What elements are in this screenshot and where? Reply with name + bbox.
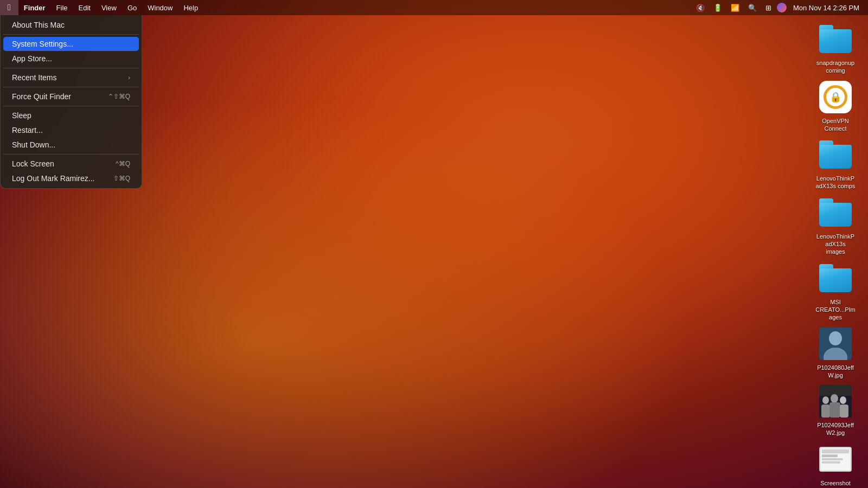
openvpn-lock-icon: 🔒 xyxy=(829,91,841,103)
menu-separator-5 xyxy=(3,154,139,155)
apple-menu-trigger[interactable]:  xyxy=(0,0,18,15)
menu-item-logout-label: Log Out Mark Ramirez... xyxy=(12,174,113,183)
menubar-go[interactable]: Go xyxy=(122,0,142,15)
openvpn-icon: 🔒 xyxy=(819,81,852,113)
desktop-icon-lenovo-comps[interactable]: LenovoThinkPadX13s comps xyxy=(814,137,857,191)
menu-item-lock-screen[interactable]: Lock Screen ^⌘Q xyxy=(3,157,139,171)
svg-rect-15 xyxy=(822,458,843,460)
lenovo-images-label: LenovoThinkPadX13s images xyxy=(814,232,857,256)
menu-item-restart-label: Restart... xyxy=(12,126,130,134)
menubar:  Finder File Edit View Go Window Help 🔇… xyxy=(0,0,868,15)
mute-icon[interactable]: 🔇 xyxy=(693,0,708,15)
menu-item-recent-items-label: Recent Items xyxy=(12,73,128,82)
screenshot-label: Screenshot 2022-11...31.27 PM xyxy=(814,479,857,488)
folder-body xyxy=(819,203,852,227)
desktop-icon-photo2[interactable]: P1024093JeffW2.jpg xyxy=(814,384,857,438)
menubar-help[interactable]: Help xyxy=(178,0,203,15)
menubar-right: 🔇 🔋 📶 🔍 ⊞ Mon Nov 14 2:26 PM xyxy=(693,0,868,15)
logout-shortcut: ⇧⌘Q xyxy=(113,175,130,182)
svg-rect-9 xyxy=(829,402,840,418)
battery-icon[interactable]: 🔋 xyxy=(710,0,725,15)
svg-rect-10 xyxy=(840,404,848,418)
person-photo xyxy=(819,328,852,360)
desktop-icon-openvpn[interactable]: 🔒 OpenVPN Connect xyxy=(814,80,857,133)
menu-item-about-label: About This Mac xyxy=(12,21,130,29)
folder-body xyxy=(819,145,852,169)
photo1-icon xyxy=(818,326,853,361)
svg-rect-13 xyxy=(822,449,849,453)
desktop-icon-snapdragon[interactable]: snapdragonupcoming xyxy=(814,22,857,75)
openvpn-ring: 🔒 xyxy=(824,85,847,109)
menu-separator-3 xyxy=(3,87,139,87)
menu-item-system-settings-label: System Settings... xyxy=(12,40,130,48)
lenovo-images-icon xyxy=(818,195,853,230)
svg-point-1 xyxy=(829,331,842,345)
svg-rect-14 xyxy=(822,454,838,457)
svg-point-5 xyxy=(822,396,829,404)
apple-menu-dropdown: About This Mac System Settings... App St… xyxy=(0,15,142,189)
folder-body xyxy=(819,29,852,53)
menu-item-app-store[interactable]: App Store... xyxy=(3,52,139,66)
msi-creator-icon xyxy=(818,261,853,296)
menu-item-about[interactable]: About This Mac xyxy=(3,18,139,32)
menu-item-restart[interactable]: Restart... xyxy=(3,123,139,137)
menu-item-force-quit-label: Force Quit Finder xyxy=(12,92,108,101)
menu-separator-4 xyxy=(3,106,139,106)
menu-item-logout[interactable]: Log Out Mark Ramirez... ⇧⌘Q xyxy=(3,171,139,185)
menu-item-system-settings[interactable]: System Settings... xyxy=(3,37,139,51)
menu-item-shutdown[interactable]: Shut Down... xyxy=(3,138,139,152)
openvpn-label: OpenVPN Connect xyxy=(814,117,857,133)
desktop-icon-photo1[interactable]: P1024080JeffW.jpg xyxy=(814,326,857,380)
wifi-icon[interactable]: 📶 xyxy=(727,0,743,15)
folder-body xyxy=(819,268,852,292)
photo1-label: P1024080JeffW.jpg xyxy=(814,363,857,380)
group-photo xyxy=(819,385,852,418)
siri-icon[interactable] xyxy=(777,3,787,12)
svg-rect-16 xyxy=(822,461,840,464)
menu-separator-1 xyxy=(3,34,139,35)
svg-rect-8 xyxy=(821,404,830,418)
msi-creator-label: MSI CREATO...PImages xyxy=(814,298,857,322)
desktop-icons: snapdragonupcoming 🔒 OpenVPN Connect xyxy=(814,22,857,488)
screenshot-icon xyxy=(818,442,853,477)
force-quit-shortcut: ⌃⇧⌘Q xyxy=(108,93,130,100)
lenovo-comps-label: LenovoThinkPadX13s comps xyxy=(814,174,857,191)
menu-item-sleep-label: Sleep xyxy=(12,111,130,120)
lock-screen-shortcut: ^⌘Q xyxy=(116,160,130,168)
lenovo-comps-icon xyxy=(818,137,853,172)
desktop-icon-lenovo-images[interactable]: LenovoThinkPadX13s images xyxy=(814,195,857,256)
snapdragon-icon xyxy=(818,22,853,56)
menubar-finder[interactable]: Finder xyxy=(18,0,51,15)
menu-separator-2 xyxy=(3,68,139,68)
menubar-file[interactable]: File xyxy=(51,0,73,15)
openvpn-icon-container: 🔒 xyxy=(818,80,853,114)
menu-item-sleep[interactable]: Sleep xyxy=(3,108,139,123)
svg-point-6 xyxy=(831,394,838,403)
snapdragon-label: snapdragonupcoming xyxy=(814,59,857,75)
menu-item-recent-items[interactable]: Recent Items › xyxy=(3,70,139,85)
menubar-view[interactable]: View xyxy=(96,0,122,15)
recent-items-chevron-icon: › xyxy=(128,74,130,81)
photo2-icon xyxy=(818,384,853,419)
control-center-icon[interactable]: ⊞ xyxy=(762,0,775,15)
photo2-label: P1024093JeffW2.jpg xyxy=(814,421,857,438)
search-icon[interactable]: 🔍 xyxy=(745,0,760,15)
menu-item-app-store-label: App Store... xyxy=(12,54,130,63)
menubar-clock: Mon Nov 14 2:26 PM xyxy=(789,0,864,15)
menu-item-shutdown-label: Shut Down... xyxy=(12,140,130,149)
menubar-window[interactable]: Window xyxy=(142,0,178,15)
desktop:  Finder File Edit View Go Window Help 🔇… xyxy=(0,0,868,488)
screenshot-thumbnail xyxy=(819,447,852,472)
menu-item-force-quit[interactable]: Force Quit Finder ⌃⇧⌘Q xyxy=(3,89,139,104)
menu-item-lock-screen-label: Lock Screen xyxy=(12,159,116,168)
svg-point-7 xyxy=(840,396,846,404)
desktop-icon-screenshot[interactable]: Screenshot 2022-11...31.27 PM xyxy=(814,442,857,488)
desktop-icon-msi-creator[interactable]: MSI CREATO...PImages xyxy=(814,261,857,322)
menubar-left:  Finder File Edit View Go Window Help xyxy=(0,0,203,15)
menubar-edit[interactable]: Edit xyxy=(73,0,96,15)
